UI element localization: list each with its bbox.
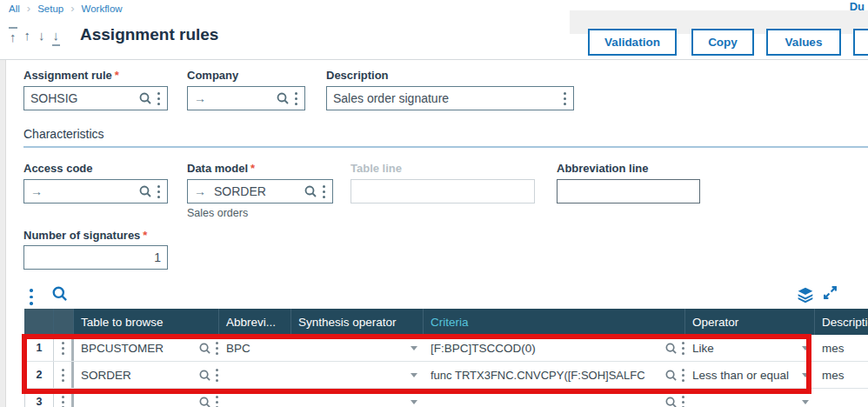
- cell-operator[interactable]: Like: [685, 335, 815, 361]
- required-marker: *: [250, 162, 255, 175]
- access-code-label: Access code: [23, 162, 93, 175]
- field-menu-icon[interactable]: [294, 90, 298, 106]
- dropdown-caret-icon[interactable]: [802, 373, 809, 377]
- last-record-icon[interactable]: ↓: [52, 27, 61, 46]
- breadcrumb-link-all[interactable]: All: [9, 3, 20, 14]
- search-icon[interactable]: [138, 91, 152, 105]
- dropdown-caret-icon[interactable]: [802, 400, 809, 404]
- chevron-right-icon: ›: [27, 2, 30, 15]
- data-model-value: SORDER: [214, 184, 266, 198]
- cell-operator[interactable]: [685, 389, 815, 407]
- grid-row-3: 3: [24, 389, 868, 407]
- dropdown-caret-icon[interactable]: [411, 400, 417, 404]
- row-number[interactable]: 2: [24, 362, 54, 388]
- grid-header-operator[interactable]: Operator: [685, 309, 815, 335]
- number-of-signatures-field[interactable]: 1: [23, 245, 168, 270]
- data-model-hint: Sales orders: [187, 207, 248, 219]
- previous-record-icon[interactable]: ↑: [23, 27, 32, 46]
- search-icon[interactable]: [198, 342, 211, 355]
- company-field[interactable]: →: [187, 86, 305, 110]
- dropdown-caret-icon[interactable]: [411, 346, 417, 350]
- grid-search-icon[interactable]: [51, 285, 68, 302]
- cell-synthesis-operator[interactable]: [291, 389, 424, 407]
- characteristics-section-title: Characteristics: [23, 127, 104, 141]
- cell-criteria[interactable]: [424, 389, 685, 407]
- cell-table-to-browse[interactable]: SORDER: [74, 362, 219, 388]
- row-number[interactable]: 1: [24, 335, 54, 361]
- table-line-label: Table line: [351, 162, 402, 175]
- grid-row-1: 1 BPCUSTOMER BPC [F:BPC]TSCCOD(0) Like m…: [24, 335, 868, 362]
- more-actions-button[interactable]: [853, 29, 868, 56]
- left-gutter: [0, 60, 6, 407]
- field-menu-icon[interactable]: [322, 183, 326, 199]
- assignment-rule-field[interactable]: SOHSIG: [23, 86, 168, 110]
- jump-to-arrow-icon[interactable]: →: [30, 184, 43, 198]
- search-icon[interactable]: [664, 342, 678, 355]
- header-divider: [0, 59, 868, 60]
- field-menu-icon[interactable]: [157, 90, 161, 106]
- data-model-field[interactable]: → SORDER: [187, 179, 333, 204]
- grid-header-abbreviation[interactable]: Abbrevi...: [219, 309, 291, 335]
- breadcrumb-link-workflow[interactable]: Workflow: [82, 3, 123, 14]
- row-number[interactable]: 3: [24, 389, 54, 407]
- breadcrumb: All › Setup › Workflow: [9, 2, 123, 15]
- description-value: Sales order signature: [333, 91, 449, 105]
- page: All › Setup › Workflow Du ↑ ↑ ↓ ↓ Assign…: [0, 0, 868, 407]
- cell-table-to-browse[interactable]: [74, 389, 219, 407]
- grid-menu-icon[interactable]: [29, 287, 34, 307]
- grid-header-description[interactable]: Description: [815, 309, 868, 335]
- row-menu-icon[interactable]: [61, 340, 65, 356]
- search-icon[interactable]: [198, 396, 211, 407]
- assignment-rule-value: SOHSIG: [30, 91, 77, 105]
- abbreviation-line-field[interactable]: [557, 179, 700, 204]
- cell-description[interactable]: [815, 389, 868, 407]
- row-menu-icon[interactable]: [61, 394, 65, 407]
- expand-icon[interactable]: [823, 285, 838, 300]
- section-divider: [23, 146, 868, 148]
- cell-abbreviation[interactable]: [219, 389, 291, 407]
- search-icon[interactable]: [198, 369, 211, 382]
- validation-button[interactable]: Validation: [588, 29, 677, 56]
- required-marker: *: [115, 69, 119, 82]
- cell-criteria[interactable]: func TRTX3FNC.CNVCPY([F:SOH]SALFC: [424, 362, 685, 388]
- dropdown-caret-icon[interactable]: [802, 346, 809, 350]
- number-of-signatures-label: Number of signatures*: [23, 229, 147, 242]
- jump-to-arrow-icon[interactable]: →: [194, 184, 206, 198]
- grid-header-synthesis-operator[interactable]: Synthesis operator: [291, 309, 424, 335]
- field-menu-icon[interactable]: [563, 90, 567, 106]
- copy-button[interactable]: Copy: [691, 29, 754, 56]
- dropdown-caret-icon[interactable]: [411, 373, 417, 377]
- assignment-rule-label: Assignment rule*: [23, 69, 119, 82]
- cell-table-to-browse[interactable]: BPCUSTOMER: [74, 335, 219, 361]
- search-icon[interactable]: [138, 184, 152, 198]
- cell-description[interactable]: mes: [815, 362, 868, 388]
- row-menu-icon[interactable]: [61, 367, 65, 383]
- cell-abbreviation[interactable]: BPC: [219, 335, 291, 361]
- search-icon[interactable]: [664, 369, 678, 382]
- search-icon[interactable]: [664, 396, 678, 407]
- layers-icon[interactable]: [797, 286, 814, 302]
- grid-header-menu: [54, 309, 74, 335]
- search-icon[interactable]: [276, 91, 290, 105]
- description-field[interactable]: Sales order signature: [326, 86, 574, 110]
- table-line-field: [351, 179, 535, 204]
- search-icon[interactable]: [304, 184, 317, 198]
- first-record-icon[interactable]: ↑: [9, 27, 17, 46]
- cell-criteria[interactable]: [F:BPC]TSCCOD(0): [424, 335, 685, 361]
- cell-abbreviation[interactable]: [219, 362, 291, 388]
- grid-header-table-to-browse[interactable]: Table to browse: [74, 309, 219, 335]
- cell-description[interactable]: mes: [815, 335, 868, 361]
- jump-to-arrow-icon[interactable]: →: [194, 91, 206, 105]
- cell-synthesis-operator[interactable]: [291, 335, 424, 361]
- access-code-field[interactable]: →: [23, 179, 168, 204]
- grid-header-row: Table to browse Abbrevi... Synthesis ope…: [24, 309, 868, 335]
- breadcrumb-link-setup[interactable]: Setup: [37, 3, 63, 14]
- grid-row-2: 2 SORDER func TRTX3FNC.CNVCPY([F:SOH]SAL…: [24, 362, 868, 389]
- next-record-icon[interactable]: ↓: [37, 27, 46, 46]
- cell-synthesis-operator[interactable]: [291, 362, 424, 388]
- company-label: Company: [187, 69, 238, 82]
- cell-operator[interactable]: Less than or equal: [685, 362, 815, 388]
- grid-header-criteria[interactable]: Criteria: [424, 309, 685, 335]
- field-menu-icon[interactable]: [157, 183, 161, 199]
- values-button[interactable]: Values: [766, 29, 841, 56]
